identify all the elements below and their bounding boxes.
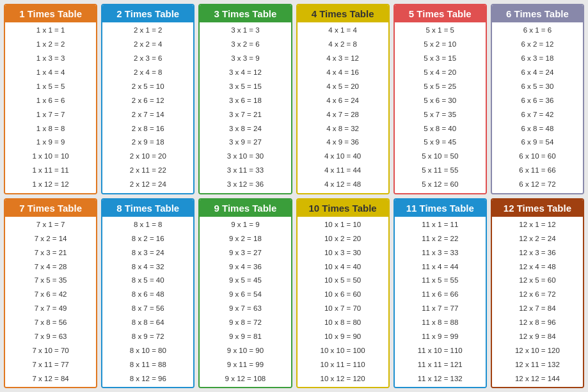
table-body-5: 5 x 1 = 55 x 2 = 105 x 3 = 155 x 4 = 205… <box>395 22 486 193</box>
table-row: 7 x 12 = 84 <box>6 374 95 384</box>
table-header-3: 3 Times Table <box>200 5 290 22</box>
table-row: 3 x 10 = 30 <box>201 152 289 161</box>
table-header-5: 5 Times Table <box>395 5 486 22</box>
table-row: 2 x 12 = 24 <box>104 180 192 189</box>
table-row: 3 x 1 = 3 <box>201 26 289 35</box>
table-row: 6 x 7 = 42 <box>493 110 582 120</box>
table-row: 12 x 4 = 48 <box>493 262 582 272</box>
table-row: 12 x 9 = 84 <box>493 332 582 341</box>
table-row: 11 x 1 = 11 <box>396 220 484 230</box>
table-card-8: 8 Times Table8 x 1 = 88 x 2 = 168 x 3 = … <box>101 198 195 389</box>
table-row: 2 x 9 = 18 <box>104 137 192 147</box>
table-row: 4 x 11 = 44 <box>299 166 387 175</box>
table-row: 5 x 4 = 20 <box>396 68 484 77</box>
table-row: 2 x 3 = 6 <box>104 54 192 63</box>
table-body-2: 2 x 1 = 22 x 2 = 42 x 3 = 62 x 4 = 82 x … <box>102 22 193 193</box>
table-row: 11 x 4 = 44 <box>396 262 484 272</box>
table-card-11: 11 Times Table11 x 1 = 1111 x 2 = 2211 x… <box>393 198 487 389</box>
table-row: 1 x 12 = 12 <box>6 180 95 189</box>
table-card-5: 5 Times Table5 x 1 = 55 x 2 = 105 x 3 = … <box>393 4 487 194</box>
table-row: 9 x 6 = 54 <box>201 290 289 299</box>
table-row: 6 x 1 = 6 <box>493 26 582 35</box>
table-row: 9 x 1 = 9 <box>201 220 289 230</box>
table-row: 3 x 5 = 15 <box>201 82 289 91</box>
table-row: 8 x 3 = 24 <box>104 248 192 258</box>
table-row: 12 x 1 = 12 <box>493 220 582 230</box>
table-row: 4 x 9 = 36 <box>299 137 387 147</box>
table-row: 7 x 2 = 14 <box>6 234 95 244</box>
table-row: 7 x 4 = 28 <box>6 262 95 272</box>
table-row: 11 x 3 = 33 <box>396 248 484 258</box>
table-row: 11 x 8 = 88 <box>396 318 484 327</box>
table-row: 3 x 6 = 18 <box>201 96 289 106</box>
table-row: 3 x 2 = 6 <box>201 40 289 49</box>
table-row: 7 x 6 = 42 <box>6 290 95 299</box>
table-row: 6 x 11 = 66 <box>493 166 582 175</box>
table-row: 9 x 7 = 63 <box>201 304 289 313</box>
table-row: 10 x 1 = 10 <box>299 220 387 230</box>
table-row: 4 x 5 = 20 <box>299 82 387 91</box>
table-row: 7 x 10 = 70 <box>6 346 95 356</box>
table-row: 9 x 5 = 45 <box>201 276 289 285</box>
table-row: 1 x 8 = 8 <box>6 124 95 134</box>
table-header-6: 6 Times Table <box>492 5 583 22</box>
table-row: 3 x 12 = 36 <box>201 180 289 189</box>
table-row: 10 x 7 = 70 <box>299 304 387 313</box>
table-row: 12 x 6 = 72 <box>493 290 582 299</box>
table-row: 6 x 8 = 48 <box>493 124 582 134</box>
table-row: 8 x 8 = 64 <box>104 318 192 327</box>
table-row: 11 x 12 = 132 <box>396 374 484 384</box>
table-row: 11 x 2 = 22 <box>396 234 484 244</box>
table-row: 4 x 1 = 4 <box>299 26 387 35</box>
table-row: 12 x 12 = 144 <box>493 374 582 384</box>
table-row: 12 x 8 = 96 <box>493 318 582 327</box>
table-row: 1 x 10 = 10 <box>6 152 95 161</box>
table-row: 5 x 3 = 15 <box>396 54 484 63</box>
table-row: 10 x 2 = 20 <box>299 234 387 244</box>
table-row: 5 x 2 = 10 <box>396 40 484 49</box>
table-row: 8 x 1 = 8 <box>104 220 192 230</box>
table-row: 8 x 12 = 96 <box>104 374 192 384</box>
table-card-4: 4 Times Table4 x 1 = 44 x 2 = 84 x 3 = 1… <box>296 4 390 194</box>
table-row: 7 x 3 = 21 <box>6 248 95 258</box>
table-row: 1 x 5 = 5 <box>6 82 95 91</box>
table-row: 6 x 3 = 18 <box>493 54 582 63</box>
table-row: 10 x 12 = 120 <box>299 374 387 384</box>
table-row: 9 x 3 = 27 <box>201 248 289 258</box>
table-row: 8 x 7 = 56 <box>104 304 192 313</box>
table-row: 6 x 10 = 60 <box>493 152 582 161</box>
table-card-2: 2 Times Table2 x 1 = 22 x 2 = 42 x 3 = 6… <box>101 4 195 194</box>
table-body-1: 1 x 1 = 11 x 2 = 21 x 3 = 31 x 4 = 41 x … <box>5 22 96 193</box>
table-row: 7 x 7 = 49 <box>6 304 95 313</box>
table-header-8: 8 Times Table <box>102 200 193 217</box>
table-row: 1 x 9 = 9 <box>6 137 95 147</box>
table-row: 12 x 11 = 132 <box>493 360 582 370</box>
table-row: 5 x 10 = 50 <box>396 152 484 161</box>
table-row: 2 x 2 = 4 <box>104 40 192 49</box>
table-body-6: 6 x 1 = 66 x 2 = 126 x 3 = 186 x 4 = 246… <box>492 22 583 193</box>
table-row: 5 x 6 = 30 <box>396 96 484 106</box>
table-row: 8 x 6 = 48 <box>104 290 192 299</box>
table-row: 4 x 2 = 8 <box>299 40 387 49</box>
table-row: 2 x 1 = 2 <box>104 26 192 35</box>
table-card-3: 3 Times Table3 x 1 = 33 x 2 = 63 x 3 = 9… <box>198 4 292 194</box>
table-row: 4 x 3 = 12 <box>299 54 387 63</box>
table-row: 2 x 10 = 20 <box>104 152 192 161</box>
table-body-10: 10 x 1 = 1010 x 2 = 2010 x 3 = 3010 x 4 … <box>298 217 388 388</box>
table-row: 10 x 4 = 40 <box>299 262 387 272</box>
table-header-11: 11 Times Table <box>395 200 486 217</box>
table-row: 1 x 2 = 2 <box>6 40 95 49</box>
table-row: 10 x 5 = 50 <box>299 276 387 285</box>
table-row: 1 x 11 = 11 <box>6 166 95 175</box>
table-row: 12 x 3 = 36 <box>493 248 582 258</box>
table-row: 8 x 9 = 72 <box>104 332 192 341</box>
table-row: 5 x 12 = 60 <box>396 180 484 189</box>
table-row: 11 x 11 = 121 <box>396 360 484 370</box>
table-row: 11 x 7 = 77 <box>396 304 484 313</box>
table-row: 6 x 9 = 54 <box>493 137 582 147</box>
table-row: 9 x 9 = 81 <box>201 332 289 341</box>
table-body-3: 3 x 1 = 33 x 2 = 63 x 3 = 93 x 4 = 123 x… <box>200 22 290 193</box>
table-row: 3 x 3 = 9 <box>201 54 289 63</box>
table-row: 9 x 12 = 108 <box>201 374 289 384</box>
table-row: 1 x 7 = 7 <box>6 110 95 120</box>
